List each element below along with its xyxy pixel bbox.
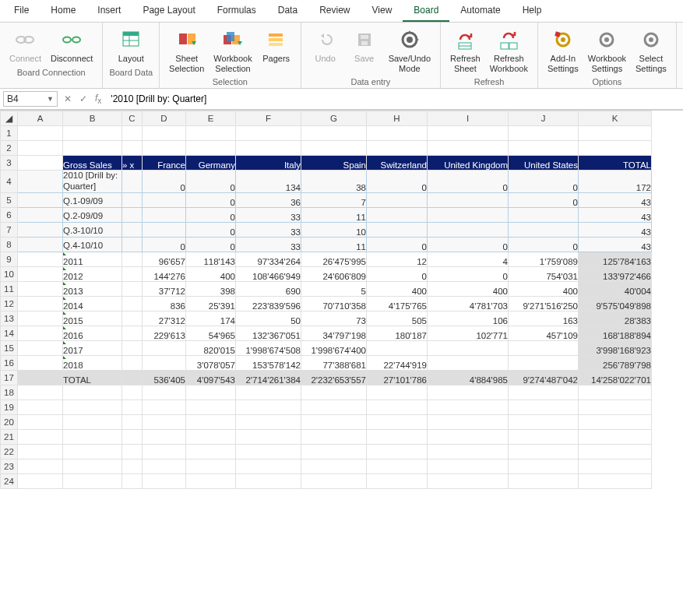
cell[interactable] [509,400,579,414]
cell[interactable] [301,429,367,444]
cell[interactable]: 754'031 [509,266,579,281]
cell[interactable]: 134 [236,171,301,193]
cell[interactable]: 457'109 [509,326,579,340]
cell[interactable] [122,296,143,311]
cell[interactable] [236,414,301,429]
cell[interactable] [301,141,367,156]
cell[interactable] [143,400,186,414]
cell[interactable] [122,171,143,193]
cell[interactable] [428,222,509,237]
cell[interactable] [18,414,63,429]
cell[interactable] [122,459,143,473]
select-all-cell[interactable]: ◢ [1,111,18,126]
row-header[interactable]: 3 [1,156,18,171]
cell[interactable]: 400 [186,266,236,281]
accept-icon[interactable]: ✓ [78,93,89,104]
row-header[interactable]: 9 [1,252,18,266]
cell[interactable]: 2'232'653'557 [301,370,367,385]
cell[interactable]: 0 [367,237,428,252]
cell[interactable]: 820'015 [186,340,236,355]
menu-view[interactable]: View [361,0,403,22]
cell[interactable] [122,340,143,355]
cell[interactable] [301,400,367,414]
cell[interactable]: 33 [236,222,301,237]
cell[interactable]: 43 [579,237,652,252]
cell[interactable] [122,126,143,141]
cell[interactable] [301,459,367,473]
cell[interactable] [236,429,301,444]
cell[interactable] [63,473,122,488]
row-header[interactable]: 8 [1,237,18,252]
row-header[interactable]: 10 [1,266,18,281]
cell[interactable] [579,385,652,400]
cell[interactable]: 0 [186,192,236,207]
cell[interactable] [236,385,301,400]
cell[interactable]: 3'078'057 [186,355,236,370]
cell[interactable] [301,444,367,459]
row-header[interactable]: 21 [1,429,18,444]
cell[interactable] [186,444,236,459]
cell[interactable]: 4'175'765 [367,296,428,311]
cell[interactable] [509,126,579,141]
menu-page-layout[interactable]: Page Layout [132,0,206,22]
disconnect-button[interactable]: Disconnect [48,26,96,65]
cell[interactable]: 132'367'051 [236,326,301,340]
cell[interactable]: 4'884'985 [428,370,509,385]
cell[interactable]: 2018 [63,355,122,370]
cell[interactable]: 536'405 [143,370,186,385]
cell[interactable]: 1'759'089 [509,252,579,266]
cell[interactable] [18,340,63,355]
cell[interactable]: 0 [186,171,236,193]
cell[interactable] [18,385,63,400]
cell[interactable] [428,473,509,488]
cell[interactable] [143,473,186,488]
cell[interactable] [63,414,122,429]
sel-settings-button[interactable]: SelectSettings [632,26,670,75]
cell[interactable] [579,429,652,444]
col-header-J[interactable]: J [509,111,579,126]
cell[interactable] [428,429,509,444]
row-header[interactable]: 24 [1,473,18,488]
cell[interactable] [122,444,143,459]
cell[interactable] [579,473,652,488]
cell[interactable]: 96'657 [143,252,186,266]
header-cell-k[interactable]: TOTAL [579,156,652,171]
cancel-icon[interactable]: ✕ [62,93,73,104]
cell[interactable]: 0 [186,222,236,237]
cell[interactable] [186,126,236,141]
cell[interactable]: 14'258'022'701 [579,370,652,385]
header-cell-d[interactable]: France [143,156,186,171]
cell[interactable] [63,444,122,459]
cell[interactable] [18,126,63,141]
saveundo-button[interactable]: Save/UndoMode [386,26,434,75]
fx-icon[interactable]: fx [93,93,103,105]
col-header-F[interactable]: F [236,111,301,126]
cell[interactable] [236,473,301,488]
cell[interactable] [18,237,63,252]
cell[interactable]: 144'276 [143,266,186,281]
cell[interactable] [143,385,186,400]
row-header[interactable]: 14 [1,326,18,340]
sheet-sel-button[interactable]: SheetSelection [166,26,207,75]
cell[interactable]: 26'475'995 [301,252,367,266]
cell[interactable] [18,326,63,340]
col-header-K[interactable]: K [579,111,652,126]
cell[interactable] [122,237,143,252]
row-header[interactable]: 2 [1,141,18,156]
cell[interactable]: 2013 [63,281,122,296]
col-header-I[interactable]: I [428,111,509,126]
cell[interactable] [509,355,579,370]
cell[interactable] [428,207,509,222]
cell[interactable]: 73 [301,311,367,326]
menu-review[interactable]: Review [308,0,361,22]
cell[interactable] [428,400,509,414]
cell[interactable]: 9'274'487'042 [509,370,579,385]
cell[interactable]: 43 [579,222,652,237]
name-box[interactable]: B4 ▼ [3,91,58,107]
cell[interactable] [122,311,143,326]
refresh-wb-button[interactable]: RefreshWorkbook [487,26,531,75]
cell[interactable] [143,340,186,355]
cell[interactable] [18,171,63,193]
wb-settings-button[interactable]: WorkbookSettings [585,26,629,75]
header-cell-e[interactable]: Germany [186,156,236,171]
